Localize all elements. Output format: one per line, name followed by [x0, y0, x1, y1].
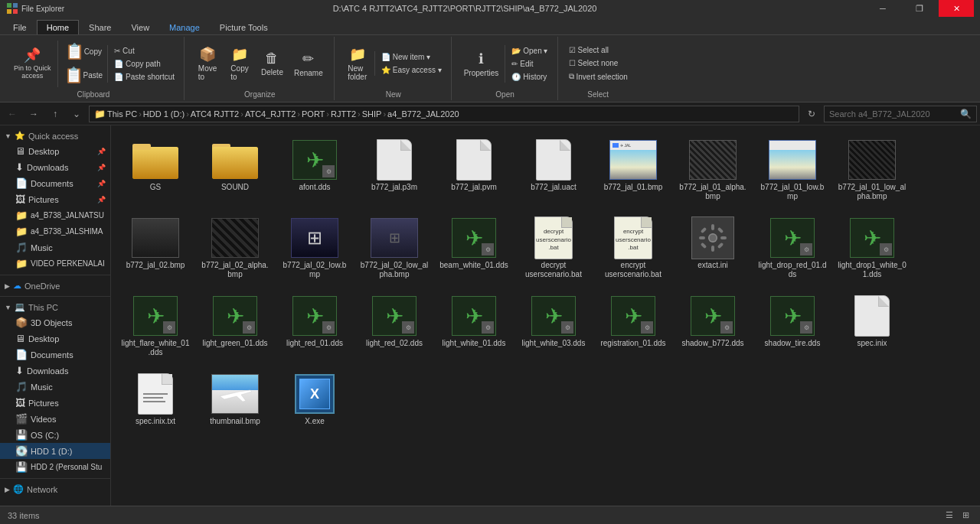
sidebar-item-desktop-qa[interactable]: 🖥 Desktop 📌 [0, 143, 110, 159]
new-folder-button[interactable]: 📁 Newfolder [342, 43, 373, 84]
sidebar-item-b738-jal-shima[interactable]: 📁 a4_B738_JALSHIMA [0, 223, 110, 239]
file-item-b772-01-low[interactable]: b772_jal_01_low.bmp [754, 132, 831, 207]
large-icons-view-button[interactable]: ⊞ [959, 509, 972, 522]
up-button[interactable]: ↑ [46, 105, 64, 123]
properties-button[interactable]: ℹ Properties [459, 47, 504, 80]
file-item-encrypt[interactable]: encryptuserscenario.bat encrypt userscen… [595, 210, 671, 285]
search-input[interactable] [829, 109, 957, 119]
breadcrumb-current[interactable]: a4_B772_JAL2020 [387, 109, 459, 119]
sidebar-item-downloads-qa[interactable]: ⬇ Downloads 📌 [0, 159, 110, 175]
file-item-light-drop1-white[interactable]: ✈ ⚙ light_drop1_white_01.dds [834, 210, 910, 285]
tab-manage[interactable]: Manage [159, 20, 210, 34]
tab-view[interactable]: View [121, 20, 159, 34]
file-item-afont[interactable]: ✈ ⚙ afont.dds [276, 132, 353, 207]
move-to-button[interactable]: 📦 Moveto [192, 43, 223, 84]
sidebar-section-quick-access[interactable]: ▼ ⭐ Quick access [0, 129, 110, 143]
file-item-b772-01-alpha[interactable]: b772_jal_01_alpha.bmp [675, 132, 751, 207]
breadcrumb-atc4rjtt2[interactable]: ATC4 RJTT2 [191, 109, 239, 119]
paste-button[interactable]: 📋 Paste [61, 64, 106, 87]
file-item-b772-01-bmp[interactable]: ✈ JAL b772_jal_01.bmp [595, 132, 671, 207]
cut-button[interactable]: ✂ Cut [111, 45, 178, 57]
easy-access-button[interactable]: ⭐ Easy access ▾ [378, 64, 445, 76]
file-item-shadow-tire[interactable]: ✈ ⚙ shadow_tire.dds [754, 288, 831, 363]
file-item-b772-02-low-alpha[interactable]: ⊞ b772_jal_02_low_alpha.bmp [356, 210, 433, 285]
breadcrumb-hdd1[interactable]: HDD 1 (D:) [143, 109, 185, 119]
sidebar-item-pictures-pc[interactable]: 🖼 Pictures [0, 395, 110, 411]
file-item-xexe[interactable]: X X.exe [276, 366, 353, 431]
breadcrumb-port[interactable]: PORT [302, 109, 325, 119]
search-box[interactable]: 🔍 [824, 106, 977, 122]
sidebar-item-hdd2[interactable]: 💾 HDD 2 (Personal Stu [0, 459, 110, 475]
pin-to-quick-access-button[interactable]: 📌 Pin to Quickaccess [9, 44, 56, 83]
sidebar-section-onedrive[interactable]: ▶ ☁ OneDrive [0, 278, 110, 293]
copy-path-button[interactable]: 📄 Copy path [111, 58, 178, 70]
breadcrumb-thispc[interactable]: This PC [107, 109, 137, 119]
copy-to-button[interactable]: 📁 Copyto [224, 43, 255, 84]
tab-file[interactable]: File [3, 20, 37, 34]
file-item-sound[interactable]: SOUND [197, 132, 273, 207]
file-item-light-white-03[interactable]: ✈ ⚙ light_white_03.dds [515, 288, 592, 363]
delete-button[interactable]: 🗑 Delete [256, 47, 288, 80]
tab-share[interactable]: Share [79, 20, 121, 34]
sidebar-item-music-pc[interactable]: 🎵 Music [0, 379, 110, 395]
sidebar-item-documents-qa[interactable]: 📄 Documents 📌 [0, 175, 110, 191]
breadcrumb[interactable]: 📁 This PC › HDD 1 (D:) › ATC4 RJTT2 › AT… [89, 106, 799, 122]
minimize-button[interactable]: ─ [865, 0, 900, 17]
file-item-light-red-01[interactable]: ✈ ⚙ light_red_01.dds [276, 288, 353, 363]
tab-home[interactable]: Home [37, 20, 79, 34]
file-item-registration[interactable]: ✈ ⚙ registration_01.dds [595, 288, 671, 363]
file-item-b772-02-bmp[interactable]: b772_jal_02.bmp [117, 210, 194, 285]
file-item-spec-inix[interactable]: spec.inix [834, 288, 910, 363]
refresh-button[interactable]: ↻ [802, 105, 821, 123]
edit-button[interactable]: ✏ Edit [508, 58, 550, 70]
file-item-b772-01-low-alpha[interactable]: b772_jal_01_low_alpha.bmp [834, 132, 910, 207]
sidebar-item-3dobjects[interactable]: 📦 3D Objects [0, 314, 110, 330]
details-view-button[interactable]: ☰ [942, 509, 956, 522]
file-item-b772-p3m[interactable]: b772_jal.p3m [356, 132, 433, 207]
file-item-extact[interactable]: extact.ini [675, 210, 751, 285]
rename-button[interactable]: ✏ Rename [289, 47, 328, 80]
sidebar-section-network[interactable]: ▶ 🌐 Network [0, 482, 110, 496]
select-none-button[interactable]: ☐ Select none [566, 57, 631, 69]
breadcrumb-ship[interactable]: SHIP [362, 109, 382, 119]
sidebar-item-video-qa[interactable]: 📁 VIDEO PERKENALAI [0, 255, 110, 272]
sidebar-section-thispc[interactable]: ▼ 💻 This PC [0, 300, 110, 314]
paste-shortcut-button[interactable]: 📄 Paste shortcut [111, 71, 178, 83]
file-item-beam-white[interactable]: ✈ ⚙ beam_white_01.dds [436, 210, 512, 285]
invert-selection-button[interactable]: ⧉ Invert selection [566, 70, 631, 83]
open-button[interactable]: 📂 Open ▾ [508, 45, 550, 57]
copy-button[interactable]: 📋 Copy [61, 41, 106, 63]
new-item-button[interactable]: 📄 New item ▾ [378, 51, 445, 63]
file-item-gs[interactable]: GS [117, 132, 194, 207]
file-item-light-drop-red[interactable]: ✈ ⚙ light_drop_red_01.dds [754, 210, 831, 285]
tab-picture-tools[interactable]: Picture Tools [210, 20, 278, 34]
file-item-light-flare-white[interactable]: ✈ ⚙ light_flare_white_01.dds [117, 288, 194, 363]
file-item-b772-02-low[interactable]: ⊞ b772_jal_02_low.bmp [276, 210, 353, 285]
file-item-light-green[interactable]: ✈ ⚙ light_green_01.dds [197, 288, 273, 363]
file-item-b772-pvm[interactable]: b772_jal.pvm [436, 132, 512, 207]
close-button[interactable]: ✕ [939, 0, 974, 17]
sidebar-item-pictures-qa[interactable]: 🖼 Pictures 📌 [0, 191, 110, 207]
file-item-b772-02-alpha[interactable]: b772_jal_02_alpha.bmp [197, 210, 273, 285]
sidebar-item-music-qa[interactable]: 🎵 Music [0, 239, 110, 255]
select-all-button[interactable]: ☑ Select all [566, 44, 631, 56]
history-button[interactable]: 🕐 History [508, 71, 550, 83]
file-item-decrypt[interactable]: decryptuserscenario.bat decrypt userscen… [515, 210, 592, 285]
sidebar-item-videos-pc[interactable]: 🎬 Videos [0, 411, 110, 427]
sidebar-item-desktop-pc[interactable]: 🖥 Desktop [0, 330, 110, 347]
restore-button[interactable]: ❐ [902, 0, 937, 17]
forward-button[interactable]: → [24, 105, 43, 123]
file-item-thumbnail[interactable]: thumbnail.bmp [197, 366, 273, 431]
sidebar-item-documents-pc[interactable]: 📄 Documents [0, 347, 110, 363]
file-item-shadow-b772[interactable]: ✈ ⚙ shadow_b772.dds [675, 288, 751, 363]
file-item-light-white-01[interactable]: ✈ ⚙ light_white_01.dds [436, 288, 512, 363]
breadcrumb-rjtt2[interactable]: RJTT2 [331, 109, 356, 119]
sidebar-item-osc[interactable]: 💾 OS (C:) [0, 427, 110, 443]
sidebar-item-b738-jal-natsu[interactable]: 📁 a4_B738_JALNATSU [0, 207, 110, 223]
breadcrumb-atc4rjtt2-2[interactable]: ATC4_RJTT2 [245, 109, 296, 119]
file-item-b772-uact[interactable]: b772_jal.uact [515, 132, 592, 207]
sidebar-item-downloads-pc[interactable]: ⬇ Downloads [0, 363, 110, 379]
file-item-spec-inix-txt[interactable]: spec.inix.txt [117, 366, 194, 431]
file-item-light-red-02[interactable]: ✈ ⚙ light_red_02.dds [356, 288, 433, 363]
back-button[interactable]: ← [3, 105, 21, 123]
